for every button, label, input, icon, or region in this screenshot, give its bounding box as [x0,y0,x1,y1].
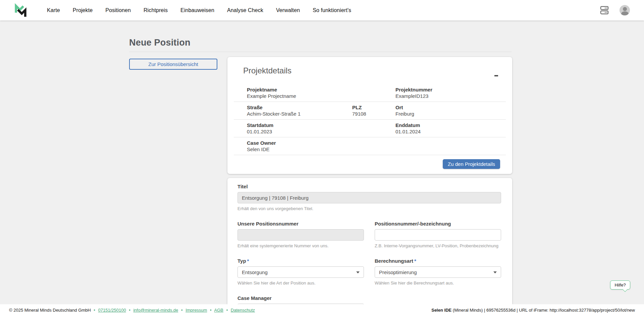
copyright-text: © 2025 Mineral Minds Deutschland GmbH [9,308,91,313]
email-link[interactable]: info@mineral-minds.de [133,308,178,313]
titel-input[interactable] [237,192,501,203]
session-details: (Mineral Minds) | 69576255536d | URL of … [451,308,635,313]
nav-item-einbauweisen[interactable]: Einbauweisen [180,7,214,13]
footer-left: © 2025 Mineral Minds Deutschland GmbH • … [9,308,255,313]
title-divider [129,52,512,52]
typ-group: Typ* Entsorgung Wählen Sie hier die Art … [237,258,364,286]
impressum-link[interactable]: Impressum [185,308,207,313]
our-position-number-input[interactable] [237,229,364,241]
titel-label: Titel [237,184,501,190]
typ-select[interactable]: Entsorgung [237,266,364,278]
berechnungsart-helper-text: Wählen Sie hier die Berechnungsart aus. [375,280,501,286]
nav-item-richtpreis[interactable]: Richtpreis [144,7,168,13]
field-strasse: Straße Achim-Stocker-Straße 1 [234,104,352,117]
field-startdatum: Startdatum 01.01.2023 [234,122,395,135]
position-number-input[interactable] [375,229,501,241]
position-number-label: Positionsnummer/-bezeichnung [375,221,501,227]
field-ort: Ort Freiburg [395,104,506,117]
go-to-project-details-button[interactable]: Zu den Projektdetails [443,159,500,169]
project-card-header: Projektdetails [227,57,512,75]
avatar-head [623,7,627,11]
project-card-title: Projektdetails [243,66,496,75]
nav-item-so-funktionierts[interactable]: So funktioniert's [313,7,351,13]
user-avatar-icon[interactable] [620,5,630,15]
page-title: Neue Position [129,38,191,48]
nav-item-karte[interactable]: Karte [47,7,60,13]
top-nav: Karte Projekte Positionen Richtpreis Ein… [0,0,644,20]
table-row: Projektname Example Projectname Projektn… [234,84,506,102]
agb-link[interactable]: AGB [214,308,223,313]
nav-item-analyse-check[interactable]: Analyse Check [227,7,263,13]
datenschutz-link[interactable]: Datenschutz [231,308,255,313]
our-position-number-label: Unsere Positionsnummer [237,221,364,227]
typ-selected-value: Entsorgung [242,269,268,275]
table-row: Straße Achim-Stocker-Straße 1 PLZ 79108 … [234,102,506,120]
position-number-helper-text: Z.B. Interne-Vorgangsnummer, LV-Position… [375,243,501,248]
typ-helper-text: Wählen Sie hier die Art der Position aus… [237,280,364,286]
minus-icon [494,75,498,76]
field-enddatum: Enddatum 01.01.2024 [395,122,506,135]
mineral-minds-logo-icon[interactable] [13,3,28,18]
case-manager-group: Case Manager [237,295,364,304]
berechnungsart-group: Berechnungsart* Preisoptimierung Wählen … [375,258,501,286]
project-card-actions: Zu den Projektdetails [227,159,500,169]
field-plz: PLZ 79108 [352,104,395,117]
main-menu: Karte Projekte Positionen Richtpreis Ein… [47,7,351,13]
dot-separator: • [181,308,183,313]
footer: © 2025 Mineral Minds Deutschland GmbH • … [0,304,644,316]
dot-separator: • [226,308,228,313]
help-button[interactable]: Hilfe? [610,280,630,290]
our-position-number-helper-text: Erhält eine systemgenerierte Nummer von … [237,243,364,248]
session-user: Selen IDE [431,308,451,313]
field-projektnummer: Projektnummer ExampleID123 [395,86,506,100]
nav-item-positionen[interactable]: Positionen [105,7,131,13]
position-overview-button[interactable]: Zur Positionsübersicht [129,59,217,70]
case-manager-label: Case Manager [237,295,364,301]
berechnungsart-label: Berechnungsart* [375,258,501,264]
nav-item-projekte[interactable]: Projekte [73,7,93,13]
titel-helper-text: Erhält den von uns vorgegebenen Titel. [237,206,501,211]
chevron-down-icon [356,271,360,273]
new-position-form-card: Titel Erhält den von uns vorgegebenen Ti… [227,178,512,304]
berechnungsart-selected-value: Preisoptimierung [379,269,417,275]
table-row: Startdatum 01.01.2023 Enddatum 01.01.202… [234,120,506,137]
collapse-card-button[interactable] [492,72,500,79]
typ-label: Typ* [237,258,364,264]
required-asterisk: * [414,258,416,264]
field-case-owner: Case Owner Selen IDE [234,140,506,153]
table-row: Case Owner Selen IDE [234,137,506,155]
project-details-table: Projektname Example Projectname Projektn… [234,84,506,155]
phone-link[interactable]: 07151/250100 [98,308,126,313]
chevron-down-icon [493,271,497,273]
required-asterisk: * [247,258,249,264]
berechnungsart-select[interactable]: Preisoptimierung [375,266,501,278]
form-row-type: Typ* Entsorgung Wählen Sie hier die Art … [237,258,501,286]
avatar-body [621,11,629,15]
dot-separator: • [210,308,212,313]
footer-session-info: Selen IDE (Mineral Minds) | 69576255536d… [431,308,635,313]
form-row-case-manager: Case Manager [237,295,501,304]
nav-right-actions [600,5,630,15]
server-icon[interactable] [600,6,609,15]
titel-field-group: Titel Erhält den von uns vorgegebenen Ti… [237,184,501,211]
dot-separator: • [129,308,130,313]
form-row-numbers: Unsere Positionsnummer Erhält eine syste… [237,221,501,248]
dot-separator: • [94,308,95,313]
position-number-group: Positionsnummer/-bezeichnung Z.B. Intern… [375,221,501,248]
nav-item-verwalten[interactable]: Verwalten [276,7,300,13]
field-projektname: Projektname Example Projectname [234,86,395,100]
project-details-card: Projektdetails Projektname Example Proje… [227,57,512,174]
our-position-number-group: Unsere Positionsnummer Erhält eine syste… [237,221,364,248]
